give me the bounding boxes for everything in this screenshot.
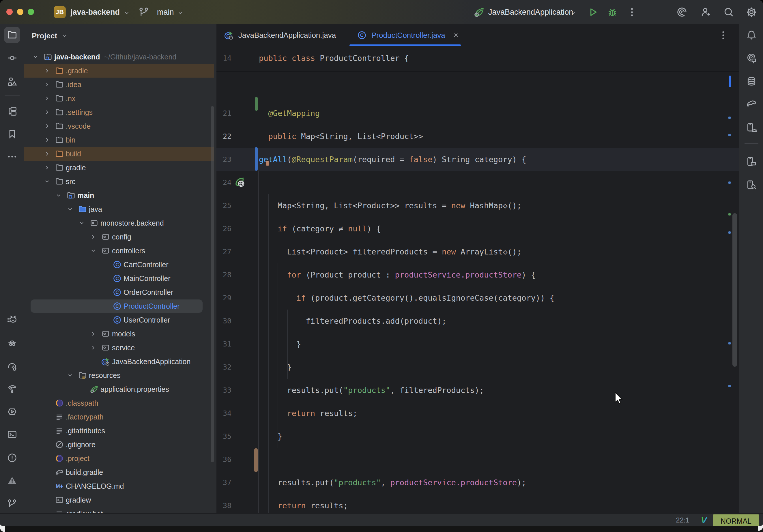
stripe-change-mark[interactable] [728,117,731,119]
chevron-right-icon[interactable] [44,164,50,171]
database-icon[interactable] [746,75,757,87]
tree-item-service[interactable]: service [24,341,216,355]
tree-item-changelog-md[interactable]: MCHANGELOG.md [24,479,216,493]
stripe-change-mark[interactable] [728,385,731,387]
vim-plugin-icon[interactable]: V [701,515,707,525]
code-line-36[interactable]: 36 [216,448,739,471]
notifications-icon[interactable] [746,29,757,41]
line-number[interactable]: 38 [216,494,231,513]
tree-item-build[interactable]: build [24,147,216,161]
warnings-icon[interactable] [7,475,18,486]
tree-item--gitattributes[interactable]: .gitattributes [24,424,216,438]
commit-icon[interactable] [7,53,18,63]
code-area[interactable]: 21 @GetMapping22 public Map<String, List… [216,71,739,513]
sticky-line[interactable]: 14public class ProductController { [216,46,739,71]
stripe-change-mark[interactable] [728,342,731,345]
tab-productcontroller[interactable]: C ProductController.java [357,24,459,46]
stripe-change-mark[interactable] [728,231,731,234]
device-search-icon[interactable] [746,179,757,191]
tree-item--nx[interactable]: .nx [24,91,216,105]
chevron-right-icon[interactable] [44,81,50,88]
line-number[interactable]: 23 [216,148,231,171]
tree-item-src[interactable]: src [24,174,216,188]
code-line-35[interactable]: 35 } [216,425,739,448]
code-line-25[interactable]: 25 Map<String, List<Product>> results = … [216,194,739,217]
services-icon[interactable] [7,406,18,417]
line-number[interactable]: 27 [216,240,231,264]
run-configuration-button[interactable]: JavaBackendApplication [488,0,573,24]
device-explorer-icon[interactable] [746,156,757,167]
gradle-icon[interactable] [746,98,757,109]
chevron-down-icon[interactable] [67,372,73,378]
stripe-caret-mark[interactable] [729,75,731,87]
code-line-31[interactable]: 31 } [216,333,739,356]
code-line-23[interactable]: 23getAll(@RequestParam(required = false)… [216,148,739,171]
tree-item--settings[interactable]: .settings [24,105,216,119]
project-folder-icon[interactable] [7,30,18,41]
chevron-down-icon[interactable] [90,248,96,254]
tree-item-config[interactable]: config [24,230,216,244]
close-icon[interactable] [453,32,459,38]
tree-item-usercontroller[interactable]: CUserController [24,313,216,327]
project-avatar[interactable]: JB [54,6,66,18]
tree-item--classpath[interactable]: .classpath [24,396,216,410]
code-line-38[interactable]: 38 return results; [216,494,739,513]
chevron-down-icon[interactable] [78,220,85,226]
stripe-change-mark[interactable] [728,134,731,136]
stripe-added-mark[interactable] [728,213,731,216]
line-number[interactable]: 32 [216,356,231,379]
chevron-right-icon[interactable] [90,234,96,240]
tree-item-javabackendapplication[interactable]: CJavaBackendApplication [24,355,216,369]
branch-button[interactable]: main [157,0,174,24]
line-number[interactable]: 22 [216,125,231,148]
tree-item-cartcontroller[interactable]: CCartController [24,258,216,271]
line-number[interactable]: 21 [216,102,231,125]
tree-item-java[interactable]: java [24,202,216,216]
settings-icon[interactable] [746,6,757,18]
tree-item-gradlew-bat[interactable]: gradlew.bat [24,507,216,513]
tree-item-application-properties[interactable]: application.properties [24,382,216,396]
tree-item--idea[interactable]: .idea [24,78,216,91]
code-line-14[interactable]: 14public class ProductController { [216,47,739,70]
line-number[interactable]: 37 [216,471,231,494]
editor-scrollbar[interactable] [732,213,737,367]
code-line-22[interactable]: 22 public Map<String, List<Product>> [216,125,739,148]
structure-shapes-icon[interactable] [7,76,18,87]
tree-item-productcontroller[interactable]: CProductController [24,299,216,313]
project-name-button[interactable]: java-backend [70,0,120,24]
chevron-right-icon[interactable] [44,123,50,129]
tree-item-build-gradle[interactable]: build.gradle [24,465,216,479]
tree-item--vscode[interactable]: .vscode [24,119,216,133]
tab-javabackendapplication[interactable]: C JavaBackendApplication.java [224,24,336,46]
chevron-right-icon[interactable] [44,67,50,74]
line-number[interactable]: 25 [216,194,231,217]
chevron-down-icon[interactable] [55,192,62,198]
tree-item-maincontroller[interactable]: CMainController [24,271,216,285]
endpoint-globe-icon[interactable] [234,176,247,189]
editor-groups-icon[interactable] [7,106,18,117]
code-line-27[interactable]: 27 List<Product> filteredProducts = new … [216,240,739,264]
line-number[interactable]: 35 [216,425,231,448]
ai-chat-icon[interactable] [746,53,757,64]
tree-item-bin[interactable]: bin [24,133,216,147]
vcs-added-marker[interactable] [255,97,258,111]
chevron-right-icon[interactable] [44,95,50,102]
bookmarks-icon[interactable] [7,128,18,139]
debug-icon[interactable] [606,6,618,18]
git-branch-tool-icon[interactable] [7,498,18,509]
code-line-32[interactable]: 32 } [216,356,739,379]
chevron-down-icon[interactable] [67,206,73,212]
chevron-right-icon[interactable] [90,331,96,337]
code-line-34[interactable]: 34 return results; [216,402,739,425]
github-icon[interactable] [7,314,18,325]
tree-item--project[interactable]: .project [24,452,216,465]
run-icon[interactable] [587,6,599,18]
incognito-icon[interactable] [7,337,18,348]
profiler-icon[interactable] [7,361,18,372]
line-number[interactable]: 14 [216,47,231,70]
tree-item-controllers[interactable]: controllers [24,244,216,258]
chevron-right-icon[interactable] [44,137,50,143]
tree-item-resources[interactable]: resources [24,369,216,382]
zoom-window-button[interactable] [28,9,34,15]
line-number[interactable]: 36 [216,448,231,471]
